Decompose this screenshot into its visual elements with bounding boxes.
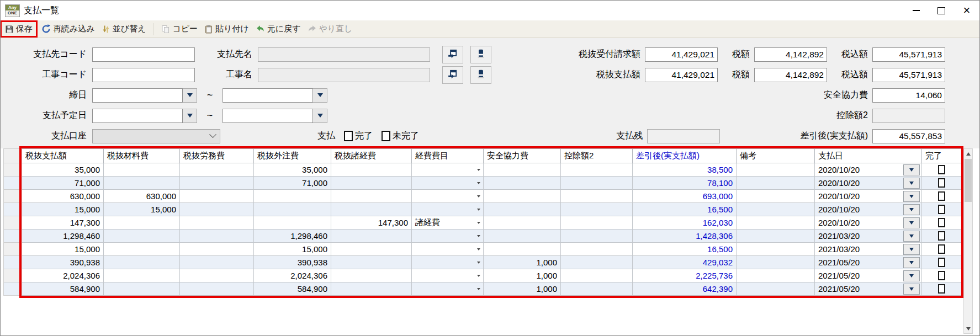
cell-expense-item[interactable] [412, 203, 484, 216]
column-header-expense-item[interactable]: 経費費目 [412, 149, 484, 163]
cell-expense-item[interactable] [412, 243, 484, 256]
done-checkbox[interactable] [938, 191, 945, 201]
cell-safety-fee[interactable] [484, 243, 561, 256]
done-checkbox[interactable] [938, 218, 945, 227]
pay-date-dropdown-button[interactable] [903, 244, 920, 255]
cell-pretax-payment[interactable]: 71,000 [22, 177, 104, 190]
maximize-button[interactable] [929, 1, 954, 20]
closing-date-to-input[interactable] [223, 88, 313, 103]
expense-dropdown-icon[interactable] [477, 262, 480, 264]
closing-date-from-input[interactable] [92, 88, 183, 103]
cell-done[interactable] [922, 243, 962, 256]
expense-dropdown-icon[interactable] [477, 275, 480, 277]
cell-deduction2[interactable] [561, 282, 633, 296]
cell-pretax-payment[interactable]: 390,938 [22, 256, 104, 269]
save-button[interactable]: 保存 [2, 22, 36, 36]
closing-date-to-dropdown-button[interactable] [313, 88, 327, 103]
close-button[interactable]: × [954, 1, 979, 20]
cell-safety-fee[interactable] [484, 190, 561, 203]
cell-note[interactable] [737, 230, 815, 243]
cell-pay-date[interactable]: 2020/10/20 [815, 190, 902, 203]
cell-done[interactable] [922, 216, 962, 230]
cell-deduction2[interactable] [561, 216, 633, 230]
project-clear-button[interactable] [470, 66, 491, 84]
cell-labor-cost[interactable] [180, 216, 254, 230]
cell-pay-date[interactable]: 2021/05/20 [815, 282, 902, 296]
cell-done[interactable] [922, 282, 962, 296]
vertical-scrollbar[interactable] [963, 148, 973, 334]
cell-subcontract-cost[interactable]: 1,298,460 [254, 230, 331, 243]
column-header-labor-cost[interactable]: 税抜労務費 [180, 149, 254, 163]
cell-pay-date-dropdown[interactable] [902, 282, 922, 296]
cell-note[interactable] [737, 282, 815, 296]
cell-safety-fee[interactable] [484, 177, 561, 190]
column-header-subcontract-cost[interactable]: 税抜外注費 [254, 149, 331, 163]
payment-due-from-input[interactable] [92, 109, 183, 123]
undo-button[interactable]: 元に戻す [252, 22, 304, 36]
column-header-pay-date[interactable]: 支払日 [815, 149, 902, 163]
cell-misc-cost[interactable] [331, 269, 412, 282]
cell-pay-date[interactable]: 2020/10/20 [815, 203, 902, 216]
cell-material-cost[interactable]: 15,000 [104, 203, 180, 216]
cell-material-cost[interactable] [104, 243, 180, 256]
cell-done[interactable] [922, 269, 962, 282]
cell-subcontract-cost[interactable]: 390,938 [254, 256, 331, 269]
cell-pretax-payment[interactable]: 15,000 [22, 203, 104, 216]
payment-due-from-dropdown-button[interactable] [183, 109, 197, 123]
cell-safety-fee[interactable]: 1,000 [484, 256, 561, 269]
cell-net-paid[interactable]: 2,225,736 [633, 269, 737, 282]
cell-subcontract-cost[interactable]: 584,900 [254, 282, 331, 296]
cell-note[interactable] [737, 203, 815, 216]
pay-date-dropdown-button[interactable] [903, 204, 920, 215]
pay-date-dropdown-button[interactable] [903, 164, 920, 175]
cell-pretax-payment[interactable]: 1,298,460 [22, 230, 104, 243]
cell-expense-item[interactable] [412, 190, 484, 203]
cell-pay-date[interactable]: 2020/10/20 [815, 177, 902, 190]
cell-deduction2[interactable] [561, 269, 633, 282]
scrollbar-thumb[interactable] [965, 159, 972, 202]
cell-net-paid[interactable]: 1,428,306 [633, 230, 737, 243]
cell-net-paid[interactable]: 16,500 [633, 203, 737, 216]
cell-pay-date[interactable]: 2021/03/20 [815, 230, 902, 243]
scroll-up-button[interactable] [964, 149, 972, 158]
cell-pay-date-dropdown[interactable] [902, 256, 922, 269]
cell-deduction2[interactable] [561, 203, 633, 216]
done-checkbox[interactable] [938, 178, 945, 188]
pay-date-dropdown-button[interactable] [903, 257, 920, 268]
cell-pay-date-dropdown[interactable] [902, 163, 922, 177]
cell-pretax-payment[interactable]: 630,000 [22, 190, 104, 203]
cell-labor-cost[interactable] [180, 243, 254, 256]
cell-pay-date-dropdown[interactable] [902, 203, 922, 216]
cell-note[interactable] [737, 177, 815, 190]
cell-pretax-payment[interactable]: 35,000 [22, 163, 104, 177]
done-checkbox[interactable] [938, 284, 945, 294]
cell-labor-cost[interactable] [180, 177, 254, 190]
cell-misc-cost[interactable] [331, 177, 412, 190]
cell-expense-item[interactable] [412, 269, 484, 282]
cell-misc-cost[interactable] [331, 230, 412, 243]
cell-pay-date[interactable]: 2021/05/20 [815, 256, 902, 269]
pay-date-dropdown-button[interactable] [903, 270, 920, 281]
cell-misc-cost[interactable] [331, 203, 412, 216]
cell-labor-cost[interactable] [180, 190, 254, 203]
cell-net-paid[interactable]: 642,390 [633, 282, 737, 296]
done-checkbox[interactable] [938, 165, 945, 174]
cell-done[interactable] [922, 256, 962, 269]
cell-subcontract-cost[interactable]: 15,000 [254, 243, 331, 256]
cell-note[interactable] [737, 269, 815, 282]
cell-deduction2[interactable] [561, 243, 633, 256]
cell-net-paid[interactable]: 38,500 [633, 163, 737, 177]
pay-date-dropdown-button[interactable] [903, 178, 920, 189]
expense-dropdown-icon[interactable] [477, 169, 480, 171]
cell-misc-cost[interactable] [331, 190, 412, 203]
payment-account-select[interactable] [92, 129, 220, 143]
row-selector[interactable] [4, 216, 22, 230]
cell-pay-date-dropdown[interactable] [902, 177, 922, 190]
cell-misc-cost[interactable] [331, 163, 412, 177]
cell-done[interactable] [922, 203, 962, 216]
cell-misc-cost[interactable] [331, 256, 412, 269]
cell-expense-item[interactable] [412, 256, 484, 269]
reload-button[interactable]: 再読み込み [38, 22, 98, 36]
row-selector[interactable] [4, 190, 22, 203]
closing-date-from-dropdown-button[interactable] [183, 88, 197, 103]
